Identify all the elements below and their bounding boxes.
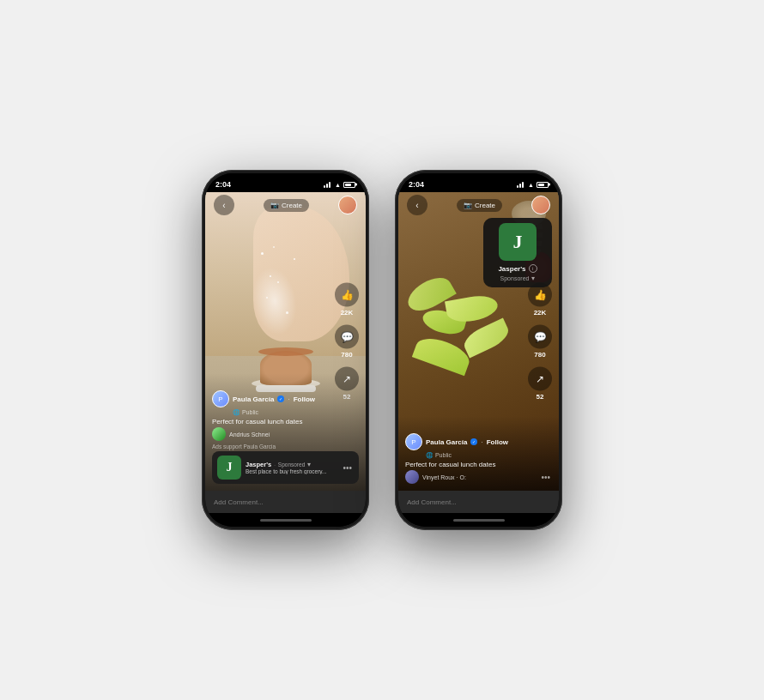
back-button-1[interactable]: ‹	[214, 195, 234, 215]
user-avatar-2: P	[405, 433, 422, 450]
comment-item-1[interactable]: 💬 780	[335, 325, 359, 359]
commenter-avatar-2	[405, 470, 419, 484]
time-1: 2:04	[215, 180, 231, 189]
ad-desc-1: Best place to buy fresh grocery...	[246, 468, 337, 474]
comment-count-2: 780	[534, 351, 545, 359]
sponsored-logo-large-2: J	[499, 223, 537, 261]
sponsored-overlay-2: J Jasper's i Sponsored ▾	[483, 218, 552, 287]
content-area-1: 👍 22K 💬 780 ↗ 52 P Paula García ✓	[205, 192, 366, 491]
add-comment-bar-1[interactable]: Add Comment...	[205, 491, 366, 513]
ads-section-1: Ads support Paula Garcia J Jasper's · Sp…	[212, 444, 359, 484]
dot-1: ·	[288, 395, 289, 403]
add-comment-text-2: Add Comment...	[407, 498, 457, 506]
comment-count-1: 780	[341, 351, 352, 359]
ad-dot-1: ·	[274, 462, 276, 468]
content-area-2: J Jasper's i Sponsored ▾ 👍 22K 💬	[398, 192, 559, 491]
share-item-2[interactable]: ↗ 52	[528, 367, 552, 401]
notch-1	[256, 173, 316, 189]
user-row-1: P Paula García ✓ · Follow	[212, 390, 359, 407]
top-bar-2: ‹ 📷 Create	[398, 192, 559, 218]
bottom-info-2: P Paula García ✓ · Follow 🌐 Public Perfe…	[398, 416, 559, 491]
avatar-1[interactable]	[338, 196, 357, 214]
sponsored-name-row-2: Jasper's i	[488, 264, 547, 273]
info-icon-2[interactable]: i	[529, 264, 537, 273]
ad-card-1[interactable]: J Jasper's · Sponsored ▾ Best place to b…	[212, 451, 359, 484]
share-icon-2[interactable]: ↗	[528, 367, 552, 391]
comment-icon-1[interactable]: 💬	[335, 325, 359, 349]
status-icons-1: ▲	[324, 181, 355, 188]
public-icon-1: 🌐	[233, 409, 242, 415]
sponsored-name-2: Jasper's	[498, 265, 525, 273]
follow-button-2[interactable]: Follow	[487, 438, 508, 446]
home-bar-2	[453, 519, 505, 522]
home-indicator-2	[398, 513, 559, 527]
comment-text-2: Vinyet Roux · O:	[422, 474, 466, 480]
camera-icon-2: 📷	[464, 202, 472, 209]
caption-2: Perfect for casual lunch dates	[405, 461, 552, 468]
create-button-1[interactable]: 📷 Create	[264, 199, 309, 212]
commenter-avatar-1	[212, 427, 226, 441]
sponsored-label-row-2: Sponsored ▾	[488, 275, 547, 282]
phone-1-screen: 2:04 ▲ ‹ 📷 Create	[205, 173, 366, 527]
add-comment-text-1: Add Comment...	[214, 498, 264, 506]
signal-icon-1	[324, 181, 332, 188]
create-label-2: Create	[475, 202, 495, 209]
like-count-2: 22K	[534, 309, 547, 317]
home-indicator-1	[205, 513, 366, 527]
chevron-icon-2: ▾	[531, 275, 535, 282]
user-name-1: Paula García	[233, 395, 274, 403]
ad-info-1: Jasper's · Sponsored ▾ Best place to buy…	[246, 461, 337, 474]
share-count-2: 52	[537, 393, 544, 401]
ad-more-button-1[interactable]: •••	[341, 463, 354, 473]
create-label-1: Create	[282, 202, 302, 209]
back-button-2[interactable]: ‹	[407, 195, 427, 215]
status-icons-2: ▲	[517, 181, 549, 188]
home-bar-1	[260, 519, 312, 522]
public-text-2: 🌐 Public	[426, 452, 552, 459]
user-name-2: Paula García	[426, 438, 467, 446]
verified-badge-1: ✓	[277, 395, 284, 402]
public-icon-2: 🌐	[426, 452, 435, 458]
ad-logo-1: J	[217, 456, 241, 480]
comment-preview-2: Vinyet Roux · O: •••	[405, 470, 552, 484]
user-avatar-1: P	[212, 390, 229, 407]
top-bar-1: ‹ 📷 Create	[205, 192, 366, 218]
signal-icon-2	[517, 181, 525, 188]
comment-preview-1: Andrius Schnei	[212, 427, 359, 441]
public-text-1: 🌐 Public	[233, 409, 359, 416]
like-icon-1[interactable]: 👍	[335, 283, 359, 307]
add-comment-bar-2[interactable]: Add Comment...	[398, 491, 559, 513]
wifi-icon-1: ▲	[335, 182, 341, 188]
phone-2-screen: 2:04 ▲ ‹ 📷 Create	[398, 173, 559, 527]
verified-badge-2: ✓	[470, 438, 477, 445]
phone-2: 2:04 ▲ ‹ 📷 Create	[395, 170, 562, 530]
comment-icon-2[interactable]: 💬	[528, 325, 552, 349]
wifi-icon-2: ▲	[528, 182, 534, 188]
time-2: 2:04	[409, 180, 424, 189]
comment-text-1: Andrius Schnei	[229, 431, 270, 438]
like-item-1[interactable]: 👍 22K	[335, 283, 359, 317]
camera-icon-1: 📷	[270, 202, 279, 209]
ads-support-text-1: Ads support Paula Garcia	[212, 444, 359, 450]
ad-name-1: Jasper's	[246, 461, 271, 468]
follow-button-1[interactable]: Follow	[294, 395, 315, 403]
battery-icon-2	[537, 182, 549, 188]
comment-item-2[interactable]: 💬 780	[528, 325, 552, 359]
sponsored-text-2: Sponsored	[500, 275, 530, 281]
more-button-2[interactable]: •••	[539, 473, 552, 482]
phone-1: 2:04 ▲ ‹ 📷 Create	[202, 170, 369, 530]
avatar-2[interactable]	[531, 196, 550, 214]
user-row-2: P Paula García ✓ · Follow	[405, 433, 552, 450]
like-count-1: 22K	[341, 309, 354, 317]
caption-1: Perfect for casual lunch dates	[212, 418, 359, 425]
interactions-2: 👍 22K 💬 780 ↗ 52	[528, 283, 552, 401]
battery-icon-1	[343, 182, 355, 188]
ad-sponsored-1: Sponsored	[278, 462, 305, 468]
dot-2: ·	[481, 438, 482, 446]
chevron-icon-1: ▾	[307, 461, 311, 468]
notch-2	[449, 173, 509, 189]
like-item-2[interactable]: 👍 22K	[528, 283, 552, 317]
create-button-2[interactable]: 📷 Create	[457, 199, 502, 212]
bottom-info-1: P Paula García ✓ · Follow 🌐 Public Perfe…	[205, 373, 366, 491]
